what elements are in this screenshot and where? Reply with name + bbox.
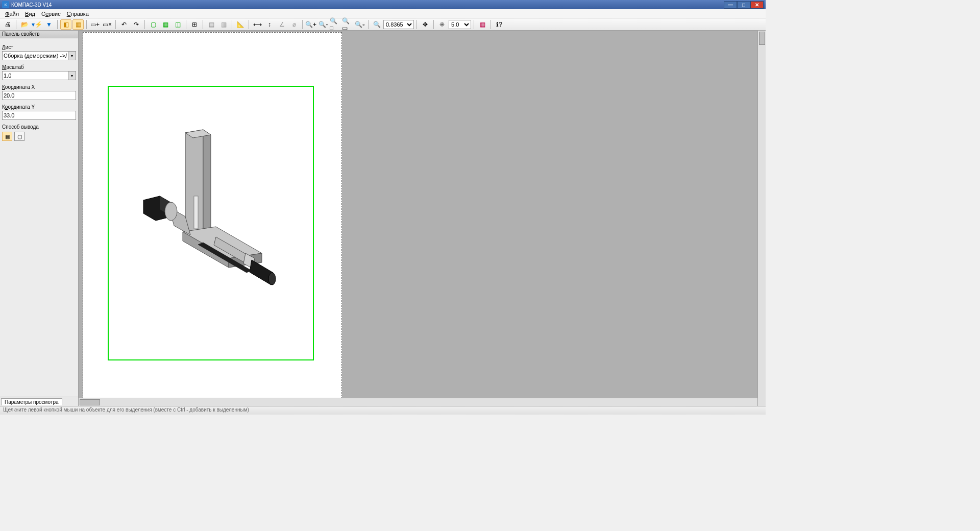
scale-dropdown-button[interactable]: ▾: [68, 71, 76, 80]
menu-help[interactable]: Справка: [64, 10, 92, 18]
snap-icon[interactable]: ⁜: [436, 19, 448, 30]
window-title: КОМПАС-3D V14: [11, 2, 724, 8]
rotate-right-icon[interactable]: ↷: [131, 19, 142, 30]
canvas-area[interactable]: [79, 31, 766, 406]
green-box-icon[interactable]: ◫: [172, 19, 183, 30]
zoom-in-icon[interactable]: 🔍+: [305, 19, 316, 30]
vertical-scrollbar[interactable]: [757, 31, 766, 406]
menubar: Файл Вид Сервис Справка: [0, 9, 766, 18]
drawing-sheet: [83, 32, 342, 399]
sheet-dropdown-button[interactable]: ▾: [68, 51, 76, 60]
separator: [474, 20, 474, 29]
coordy-input[interactable]: [2, 111, 76, 120]
panel-body: Лист ▾ Масштаб ▾ Координата X Координата…: [0, 38, 78, 397]
toggle-grid-icon[interactable]: ◧: [60, 19, 71, 30]
window-buttons: — □ ✕: [724, 1, 764, 9]
separator: [368, 20, 369, 29]
svg-point-10: [165, 202, 177, 221]
zoom-icon[interactable]: 🔍: [371, 19, 382, 30]
separator: [186, 20, 186, 29]
help-context-icon[interactable]: ℹ?: [494, 19, 505, 30]
separator: [232, 20, 232, 29]
page-remove-icon[interactable]: ▭×: [102, 19, 113, 30]
separator: [115, 20, 116, 29]
separator: [433, 20, 434, 29]
coordx-input[interactable]: [2, 91, 76, 100]
table-icon[interactable]: ⊞: [189, 19, 200, 30]
disabled-tool-1: ▤: [206, 19, 217, 30]
app-icon: К: [2, 1, 9, 8]
zoom-sel-icon[interactable]: 🔍▭: [342, 19, 353, 30]
step-combo[interactable]: 5.0: [449, 20, 471, 29]
separator: [16, 20, 16, 29]
separator: [144, 20, 145, 29]
assembly-model: [83, 33, 342, 399]
sheet-label: Лист: [2, 44, 76, 50]
dim-r-icon: ⌀: [288, 19, 300, 30]
tab-view-params[interactable]: Параметры просмотра: [1, 398, 62, 405]
pan-icon[interactable]: ✥: [420, 19, 431, 30]
menu-file[interactable]: Файл: [2, 10, 22, 18]
scale-input[interactable]: [2, 71, 68, 80]
open-icon[interactable]: 📂: [19, 19, 30, 30]
menu-view[interactable]: Вид: [22, 10, 38, 18]
dim-a-icon: ∠: [276, 19, 287, 30]
separator: [416, 20, 417, 29]
panel-tabs: Параметры просмотра: [0, 397, 78, 406]
print-icon[interactable]: 🖨: [2, 19, 13, 30]
main-split: Панель свойств Лист ▾ Масштаб ▾ Координа…: [0, 31, 766, 406]
bolt-left: [143, 196, 190, 235]
statusbar: Щелкните левой кнопкой мыши на объекте д…: [0, 406, 766, 415]
svg-marker-1: [203, 130, 211, 236]
minimize-button[interactable]: —: [724, 1, 737, 9]
coordy-label: Координата Y: [2, 104, 76, 110]
separator: [491, 20, 491, 29]
filter-icon[interactable]: ▾⚡: [31, 19, 42, 30]
zoom-combo[interactable]: 0.8365: [383, 20, 414, 29]
menu-service[interactable]: Сервис: [38, 10, 64, 18]
horizontal-scrollbar[interactable]: [79, 398, 757, 406]
dim-v-icon[interactable]: ↕: [264, 19, 275, 30]
output-mono-button[interactable]: ▢: [14, 132, 24, 141]
zoom-page-icon[interactable]: 🔍▫: [354, 19, 365, 30]
scale-label: Масштаб: [2, 64, 76, 70]
dimension-icon[interactable]: ⟷: [252, 19, 263, 30]
toggle-cols-icon[interactable]: ▦: [72, 19, 84, 30]
titlebar: К КОМПАС-3D V14 — □ ✕: [0, 0, 766, 9]
layers-icon[interactable]: ▦: [477, 19, 488, 30]
separator: [249, 20, 249, 29]
sheet-combo[interactable]: [2, 51, 68, 60]
separator: [302, 20, 303, 29]
plate-slot: [194, 196, 198, 229]
status-text: Щелкните левой кнопкой мыши на объекте д…: [3, 407, 249, 413]
output-color-button[interactable]: ▦: [2, 132, 12, 141]
funnel-icon[interactable]: ▼: [43, 19, 55, 30]
zoom-out-icon[interactable]: 🔍-: [317, 19, 329, 30]
green-all-icon[interactable]: ▦: [160, 19, 171, 30]
zoom-fit-icon[interactable]: 🔍□: [330, 19, 341, 30]
green-select-icon[interactable]: ▢: [148, 19, 159, 30]
separator: [86, 20, 87, 29]
measure-icon[interactable]: 📐: [235, 19, 246, 30]
output-mode-toggles: ▦ ▢: [2, 132, 76, 141]
panel-title: Панель свойств: [0, 31, 78, 38]
separator: [203, 20, 203, 29]
properties-panel: Панель свойств Лист ▾ Масштаб ▾ Координа…: [0, 31, 79, 406]
separator: [57, 20, 58, 29]
rotate-left-icon[interactable]: ↶: [118, 19, 130, 30]
toolbar: 🖨 📂 ▾⚡ ▼ ◧ ▦ ▭+ ▭× ↶ ↷ ▢ ▦ ◫ ⊞ ▤ ▥ 📐 ⟷ ↕…: [0, 18, 766, 31]
disabled-tool-2: ▥: [218, 19, 229, 30]
output-label: Способ вывода: [2, 124, 76, 130]
svg-point-14: [268, 273, 276, 285]
maximize-button[interactable]: □: [737, 1, 750, 9]
page-add-icon[interactable]: ▭+: [89, 19, 101, 30]
close-button[interactable]: ✕: [750, 1, 764, 9]
coordx-label: Координата X: [2, 84, 76, 90]
